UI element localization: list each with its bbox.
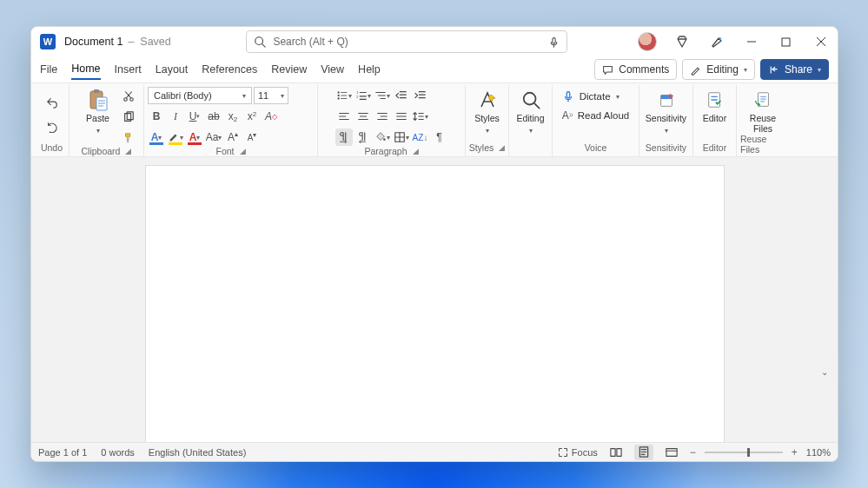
undo-button[interactable] (43, 94, 61, 111)
zoom-level[interactable]: 110% (806, 447, 831, 458)
zoom-in-button[interactable]: + (792, 446, 798, 458)
svg-rect-4 (782, 38, 790, 46)
sort-button[interactable]: AZ↓ (412, 129, 429, 146)
increase-indent-button[interactable] (412, 87, 429, 104)
multilevel-list-button[interactable]: ▾ (374, 87, 391, 104)
app-window: W Document 1 – Saved Search (Alt + Q) Fi… (30, 26, 838, 462)
comments-button[interactable]: Comments (594, 59, 677, 80)
page[interactable] (146, 166, 724, 442)
bullets-button[interactable]: ▾ (335, 87, 353, 104)
numbering-button[interactable]: 12▾ (354, 87, 372, 104)
highlight-color-button[interactable]: ▾ (167, 129, 184, 146)
clear-formatting-button[interactable]: A◇ (262, 108, 280, 125)
text-effects-button[interactable]: A▾ (148, 129, 165, 146)
zoom-out-button[interactable]: − (690, 446, 696, 458)
editor-button[interactable]: Editor (694, 87, 736, 124)
search-box[interactable]: Search (Alt + Q) (246, 30, 567, 53)
coming-soon-icon[interactable] (700, 27, 733, 56)
strikethrough-button[interactable]: ab (205, 108, 222, 125)
bold-button[interactable]: B (148, 108, 165, 125)
format-painter-button[interactable] (121, 130, 136, 146)
close-button[interactable] (805, 27, 838, 56)
underline-button[interactable]: U▾ (186, 108, 203, 125)
zoom-slider[interactable] (705, 452, 783, 453)
sensitivity-button[interactable]: Sensitivity▾ (646, 87, 687, 135)
clipboard-dialog-launcher-icon[interactable]: ◢ (125, 147, 131, 155)
paragraph-dialog-launcher-icon[interactable]: ◢ (413, 147, 419, 155)
styles-button[interactable]: Styles▾ (467, 87, 508, 135)
premium-diamond-icon[interactable] (666, 27, 699, 56)
line-spacing-button[interactable]: ▾ (412, 108, 429, 125)
read-mode-view-button[interactable] (606, 445, 626, 460)
title-right-controls (631, 27, 838, 56)
align-left-button[interactable] (335, 108, 353, 125)
tab-references[interactable]: References (202, 60, 257, 79)
rtl-direction-button[interactable] (354, 129, 372, 146)
subscript-button[interactable]: x2 (224, 108, 242, 125)
document-canvas[interactable] (31, 157, 838, 442)
borders-button[interactable]: ▾ (393, 129, 410, 146)
font-color-button[interactable]: A▾ (186, 129, 203, 146)
tab-view[interactable]: View (321, 60, 344, 79)
decrease-indent-button[interactable] (393, 87, 410, 104)
copy-button[interactable] (121, 109, 136, 125)
mic-icon[interactable] (548, 36, 560, 48)
status-word-count[interactable]: 0 words (101, 447, 135, 458)
web-layout-view-button[interactable] (662, 445, 681, 460)
redo-button[interactable] (43, 118, 61, 135)
font-dialog-launcher-icon[interactable]: ◢ (240, 147, 246, 155)
italic-button[interactable]: I (167, 108, 184, 125)
ribbon-collapse-button[interactable]: ⌄ (817, 364, 832, 379)
group-editing: Editing▾ (509, 85, 553, 156)
align-center-button[interactable] (354, 108, 372, 125)
comment-icon (602, 64, 613, 76)
editing-mode-button[interactable]: Editing▾ (682, 59, 755, 80)
status-language[interactable]: English (United States) (149, 447, 247, 458)
superscript-button[interactable]: x2 (243, 108, 261, 125)
editing-button[interactable]: Editing▾ (510, 87, 552, 135)
group-label-paragraph: Paragraph◢ (364, 146, 418, 158)
svg-point-19 (337, 97, 339, 99)
tab-review[interactable]: Review (271, 60, 307, 79)
maximize-button[interactable] (770, 27, 803, 56)
pencil-icon (690, 64, 701, 76)
reuse-files-button[interactable]: Reuse Files (742, 87, 784, 134)
svg-text:2: 2 (355, 95, 358, 99)
print-layout-view-button[interactable] (634, 445, 653, 460)
svg-point-13 (123, 98, 127, 102)
group-label-clipboard: Clipboard◢ (82, 146, 132, 158)
cut-button[interactable] (121, 89, 136, 104)
tab-home[interactable]: Home (71, 59, 100, 80)
group-paragraph: ▾ 12▾ ▾ ▾ ▾ ▾ AZ (318, 85, 466, 156)
status-page[interactable]: Page 1 of 1 (38, 447, 87, 458)
shrink-font-button[interactable]: A▾ (243, 129, 261, 146)
svg-rect-71 (666, 448, 677, 456)
svg-point-57 (523, 93, 535, 105)
justify-button[interactable] (393, 108, 410, 125)
dictate-button[interactable]: Dictate▾ (562, 90, 620, 102)
tab-insert[interactable]: Insert (115, 60, 142, 79)
font-size-combo[interactable]: 11▾ (254, 87, 288, 104)
read-aloud-button[interactable]: A⁾⁾ Read Aloud (562, 109, 629, 122)
font-name-combo[interactable]: Calibri (Body)▾ (148, 87, 252, 104)
status-bar: Page 1 of 1 0 words English (United Stat… (31, 442, 838, 461)
group-styles: Styles▾ Styles◢ (466, 85, 509, 156)
shading-button[interactable]: ▾ (374, 129, 391, 146)
svg-rect-2 (553, 37, 555, 43)
share-button[interactable]: Share▾ (760, 59, 829, 80)
styles-dialog-launcher-icon[interactable]: ◢ (499, 143, 505, 152)
paste-button[interactable]: Paste ▾ (77, 87, 119, 135)
document-title[interactable]: Document 1 (64, 36, 123, 48)
ribbon-tabs: File Home Insert Layout References Revie… (31, 56, 838, 82)
account-avatar[interactable] (631, 27, 664, 56)
tab-help[interactable]: Help (358, 60, 381, 79)
focus-mode-button[interactable]: Focus (558, 447, 598, 458)
tab-layout[interactable]: Layout (156, 60, 189, 79)
grow-font-button[interactable]: A▴ (224, 129, 242, 146)
ltr-direction-button[interactable] (335, 129, 353, 146)
align-right-button[interactable] (374, 108, 391, 125)
change-case-button[interactable]: Aa▾ (205, 129, 222, 146)
tab-file[interactable]: File (40, 60, 57, 79)
show-marks-button[interactable]: ¶ (431, 129, 448, 146)
minimize-button[interactable] (735, 27, 768, 56)
